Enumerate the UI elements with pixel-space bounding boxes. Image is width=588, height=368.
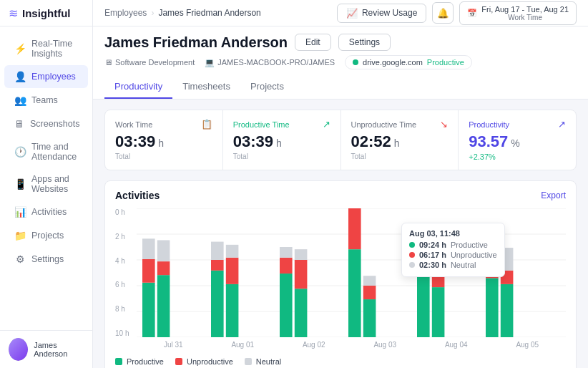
legend-neutral: Neutral	[245, 357, 281, 366]
sidebar-item-label: Projects	[31, 231, 64, 241]
bar-aug01b-productive	[226, 284, 239, 337]
calendar-icon: 📅	[467, 9, 477, 18]
legend-unproductive: Unproductive	[175, 357, 233, 366]
sidebar-item-time-attendance[interactable]: 🕐 Time and Attendance	[4, 136, 88, 168]
device-icon: 💻	[205, 58, 215, 67]
profile-settings-button[interactable]: Settings	[338, 34, 391, 51]
x-label-aug01: Aug 01	[231, 341, 254, 349]
stat-productivity-label: Productivity ↗	[469, 119, 566, 130]
bar-aug02a-neutral	[280, 247, 293, 258]
sidebar-item-projects[interactable]: 📁 Projects	[4, 224, 88, 247]
sidebar-item-label: Settings	[31, 254, 64, 264]
y-label-0h: 0 h	[115, 208, 135, 216]
breadcrumb-parent[interactable]: Employees	[104, 8, 147, 18]
settings-icon: ⚙	[14, 253, 26, 265]
activities-section: Activities Export 10 h 8 h 6 h 4 h 2 h 0…	[104, 180, 577, 368]
date-range-text: Fri, Aug 17 - Tue, Aug 21	[481, 5, 569, 14]
sidebar-item-activities[interactable]: 📊 Activities	[4, 200, 88, 223]
legend-productive: Productive	[115, 357, 164, 366]
date-range-sub: Work Time	[481, 14, 569, 21]
legend-productive-label: Productive	[127, 357, 164, 366]
bar-aug03b-unproductive	[363, 286, 376, 299]
bar-aug02a-productive	[280, 273, 293, 337]
app-name: Insightful	[22, 7, 71, 19]
sidebar-item-teams[interactable]: 👥 Teams	[4, 89, 88, 112]
work-time-icon: 📋	[201, 119, 212, 130]
y-axis: 10 h 8 h 6 h 4 h 2 h 0 h	[115, 208, 135, 337]
logo: ≋ Insightful	[0, 0, 92, 26]
notifications-button[interactable]: 🔔	[432, 2, 454, 24]
tab-productivity[interactable]: Productivity	[104, 75, 172, 99]
screenshots-icon: 🖥	[14, 118, 24, 130]
x-label-jul31: Jul 31	[164, 341, 183, 349]
legend-neutral-label: Neutral	[256, 357, 281, 366]
legend-neutral-dot	[245, 358, 252, 365]
work-time-number: 03:39	[115, 132, 155, 151]
activities-header: Activities Export	[115, 190, 566, 201]
main-content: Employees › James Friedman Anderson 📈 Re…	[93, 0, 588, 368]
activities-icon: 📊	[14, 206, 26, 218]
y-label-10h: 10 h	[115, 329, 135, 337]
profile-title-row: James Friedman Anderson Edit Settings	[104, 34, 577, 51]
sidebar-item-screenshots[interactable]: 🖥 Screenshots	[4, 112, 88, 135]
bar-jul31b-productive	[157, 275, 170, 337]
x-label-aug05: Aug 05	[516, 341, 539, 349]
profile-name: James Friedman Anderson	[104, 34, 288, 51]
stat-work-time: Work Time 📋 03:39 h Total	[105, 110, 223, 170]
stat-work-time-label: Work Time 📋	[115, 119, 212, 130]
bar-jul31a-productive[interactable]	[142, 283, 155, 337]
bar-aug01a-neutral	[211, 242, 224, 260]
date-range-button[interactable]: 📅 Fri, Aug 17 - Tue, Aug 21 Work Time	[459, 1, 577, 25]
sidebar-item-employees[interactable]: 👤 Employees	[4, 65, 88, 88]
header-actions: 📈 Review Usage 🔔 📅 Fri, Aug 17 - Tue, Au…	[337, 1, 577, 25]
tab-timesheets[interactable]: Timesheets	[172, 75, 240, 99]
productive-unit: h	[276, 137, 282, 149]
edit-button[interactable]: Edit	[295, 34, 331, 51]
teams-icon: 👥	[14, 95, 26, 106]
productive-number: 03:39	[233, 132, 273, 151]
bar-aug05b-unproductive	[501, 271, 514, 284]
chart-container: 10 h 8 h 6 h 4 h 2 h 0 h	[115, 208, 566, 352]
stat-unproductive-label-text: Unproductive Time	[351, 120, 417, 129]
sidebar-item-apps-websites[interactable]: 📱 Apps and Websites	[4, 168, 88, 200]
active-url: drive.google.com	[363, 58, 423, 67]
sidebar-item-settings[interactable]: ⚙ Settings	[4, 248, 88, 271]
bar-aug05b-neutral	[501, 248, 514, 271]
export-button[interactable]: Export	[541, 190, 566, 200]
bar-aug02a-unproductive	[280, 258, 293, 273]
bar-aug04a-neutral	[417, 226, 430, 254]
bar-aug05a-neutral	[486, 234, 499, 259]
device-meta: 💻 JAMES-MACBOOK-PRO/JAMES	[205, 58, 335, 67]
breadcrumb: Employees › James Friedman Anderson	[104, 8, 261, 18]
sidebar-item-real-time[interactable]: ⚡ Real-Time Insights	[4, 33, 88, 64]
chart-inner: Aug 03, 11:48 09:24 h Productive 06:17 h…	[137, 208, 566, 337]
device-text: JAMES-MACBOOK-PRO/JAMES	[217, 58, 335, 67]
stat-productivity-value: 93.57 %	[469, 132, 566, 151]
stat-productivity: Productivity ↗ 93.57 % +2.37%	[459, 110, 576, 170]
work-time-footer: Total	[115, 152, 212, 160]
apps-icon: 📱	[14, 178, 26, 190]
stat-unproductive-label: Unproductive Time ↘	[351, 119, 449, 130]
logo-icon: ≋	[9, 6, 18, 20]
stat-work-time-label-text: Work Time	[115, 120, 152, 129]
x-label-aug02: Aug 02	[303, 341, 325, 349]
breadcrumb-current: James Friedman Anderson	[158, 8, 260, 18]
bar-aug03a-productive[interactable]	[348, 249, 361, 337]
unproductive-trend-icon: ↘	[440, 119, 448, 130]
legend-unproductive-label: Unproductive	[187, 357, 233, 366]
sidebar-item-label: Screenshots	[30, 119, 79, 129]
bar-jul31a-neutral	[142, 238, 155, 259]
department-icon: 🖥	[104, 58, 112, 67]
tab-projects[interactable]: Projects	[240, 75, 294, 99]
productivity-trend-icon: ↗	[558, 119, 566, 130]
bar-aug01b-unproductive	[226, 258, 239, 284]
stat-work-time-value: 03:39 h	[115, 132, 212, 151]
bar-aug02b-neutral	[295, 249, 308, 260]
bar-aug02b-unproductive	[295, 260, 308, 289]
bar-aug01b-neutral	[226, 245, 239, 258]
review-usage-button[interactable]: 📈 Review Usage	[337, 4, 426, 23]
profile-tabs: Productivity Timesheets Projects	[104, 75, 577, 99]
stat-productive-time: Productive Time ↗ 03:39 h Total	[223, 110, 341, 170]
bar-aug03b-neutral	[363, 276, 376, 286]
bar-aug01a-unproductive	[211, 260, 224, 271]
